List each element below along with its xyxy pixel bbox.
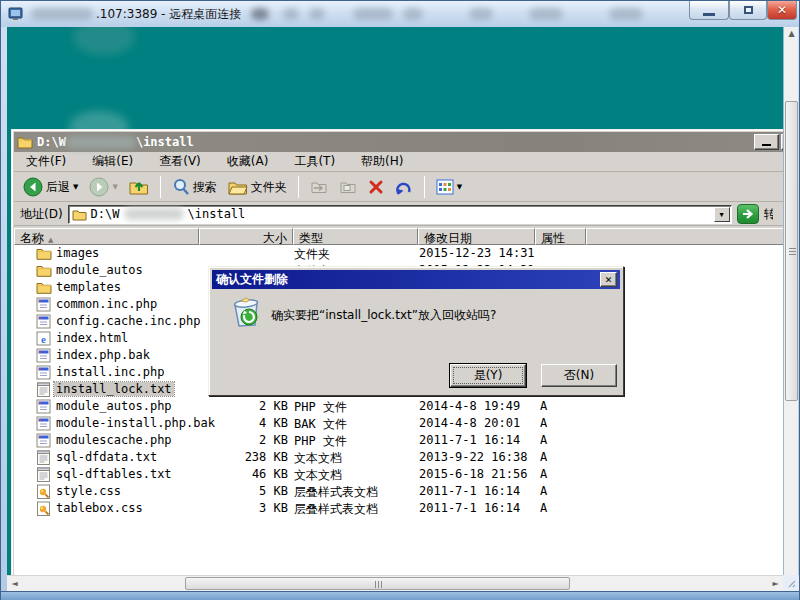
views-button[interactable]: ▼ — [433, 177, 465, 197]
file-name[interactable]: common.inc.php — [56, 297, 157, 311]
menu-help[interactable]: 帮助(H) — [361, 153, 403, 170]
forward-button[interactable]: ▼ — [86, 175, 120, 199]
minimize-icon — [703, 13, 715, 16]
restore-button[interactable] — [729, 1, 767, 20]
column-header-date[interactable]: 修改日期 — [418, 228, 535, 245]
no-button[interactable]: 否(N) — [541, 364, 617, 387]
up-button[interactable] — [126, 176, 152, 198]
file-row[interactable]: images 文件夹 2015-12-23 14:31 — [14, 245, 783, 262]
menu-view[interactable]: 查看(V) — [159, 153, 201, 170]
blurred-text — [529, 8, 563, 20]
dialog-close-button[interactable]: ✕ — [600, 272, 617, 287]
address-path-prefix: D:\W — [91, 207, 120, 221]
minimize-button[interactable] — [689, 1, 729, 20]
file-row[interactable]: module-install.php.bak 4 KB BAK 文件 2014-… — [14, 415, 783, 432]
file-date: 2011-7-1 16:14 — [419, 484, 520, 498]
explorer-title: D:\W \install — [37, 135, 194, 149]
forward-icon — [89, 177, 109, 197]
close-button[interactable]: ✕ — [767, 1, 797, 20]
delete-button[interactable] — [365, 177, 387, 197]
address-dropdown-button[interactable]: ▼ — [714, 207, 730, 222]
file-type: 文本文档 — [294, 450, 342, 467]
file-name[interactable]: modulescache.php — [56, 433, 172, 447]
menu-edit[interactable]: 编辑(E) — [92, 153, 133, 170]
blurred-icon — [283, 8, 299, 20]
php-file-icon — [36, 416, 52, 431]
file-date: 2015-6-18 21:56 — [419, 467, 527, 481]
file-type: PHP 文件 — [294, 433, 347, 450]
rdp-vertical-scrollbar[interactable]: ▲ ▼ — [783, 27, 798, 591]
folder-icon — [36, 280, 52, 295]
file-row[interactable]: module_autos.php 2 KB PHP 文件 2014-4-8 19… — [14, 398, 783, 415]
column-header-size[interactable]: 大小 — [199, 228, 293, 245]
file-type: 文本文档 — [294, 467, 342, 484]
horizontal-scroll-thumb[interactable] — [185, 577, 570, 590]
copy-to-button[interactable] — [336, 177, 360, 197]
css-file-icon — [36, 484, 52, 499]
scroll-left-icon[interactable]: ◄ — [7, 576, 22, 592]
file-name[interactable]: module_autos.php — [56, 399, 172, 413]
thumb-grip — [789, 251, 796, 252]
undo-icon — [395, 179, 413, 195]
title-path-prefix: D:\W — [37, 135, 66, 149]
file-name[interactable]: install_lock.txt — [54, 382, 174, 396]
column-header-type[interactable]: 类型 — [293, 228, 418, 245]
php-file-icon — [36, 365, 52, 380]
forward-dropdown-icon: ▼ — [112, 183, 117, 191]
file-row[interactable]: sql-dftables.txt 46 KB 文本文档 2015-6-18 21… — [14, 466, 783, 483]
file-name[interactable]: install.inc.php — [56, 365, 164, 379]
file-name[interactable]: module_autos — [56, 263, 143, 277]
file-row[interactable]: modulescache.php 2 KB PHP 文件 2011-7-1 16… — [14, 432, 783, 449]
restore-icon — [744, 6, 753, 14]
php-file-icon — [36, 297, 52, 312]
move-to-button[interactable] — [307, 177, 331, 197]
dialog-titlebar: 确认文件删除 ✕ — [212, 270, 620, 289]
scroll-right-icon[interactable]: ► — [768, 576, 783, 592]
file-row[interactable]: style.css 5 KB 层叠样式表文档 2011-7-1 16:14 A — [14, 483, 783, 500]
menu-tools[interactable]: 工具(T) — [294, 153, 335, 170]
column-header-attr[interactable]: 属性 — [535, 228, 586, 245]
file-name[interactable]: config.cache.inc.php — [56, 314, 201, 328]
file-size: 4 KB — [197, 416, 288, 430]
back-button[interactable]: 后退 ▼ — [20, 175, 81, 199]
undo-button[interactable] — [392, 177, 416, 197]
back-dropdown-icon: ▼ — [73, 183, 78, 191]
file-name[interactable]: index.php.bak — [56, 348, 150, 362]
file-name[interactable]: sql-dfdata.txt — [56, 450, 157, 464]
explorer-minimize-button[interactable] — [754, 134, 779, 150]
file-name[interactable]: module-install.php.bak — [56, 416, 215, 430]
blurred-text — [403, 8, 423, 20]
file-name[interactable]: sql-dftables.txt — [56, 467, 172, 481]
file-name[interactable]: style.css — [56, 484, 121, 498]
yes-button[interactable]: 是(Y) — [450, 364, 526, 387]
resize-grip[interactable] — [783, 575, 799, 591]
thumb-grip — [378, 581, 379, 588]
rdp-window-border — [1, 591, 799, 600]
file-name[interactable]: images — [56, 246, 99, 260]
file-type: BAK 文件 — [294, 416, 347, 433]
txt-file-icon — [36, 467, 52, 482]
scroll-up-icon[interactable]: ▲ — [784, 27, 799, 42]
file-row[interactable]: tablebox.css 3 KB 层叠样式表文档 2011-7-1 16:14… — [14, 500, 783, 517]
folders-button[interactable]: 文件夹 — [225, 177, 290, 198]
file-date: 2011-7-1 16:14 — [419, 433, 520, 447]
rdp-horizontal-scrollbar[interactable]: ◄ ► — [7, 575, 783, 591]
file-name[interactable]: tablebox.css — [56, 501, 143, 515]
vertical-scroll-thumb[interactable] — [785, 101, 798, 401]
file-name[interactable]: templates — [56, 280, 121, 294]
menu-file[interactable]: 文件(F) — [26, 153, 66, 170]
recycle-bin-icon — [227, 293, 265, 331]
file-name[interactable]: index.html — [56, 331, 128, 345]
explorer-titlebar: D:\W \install — [14, 132, 783, 152]
close-icon: ✕ — [777, 3, 787, 17]
file-date: 2014-4-8 20:01 — [419, 416, 520, 430]
search-button[interactable]: 搜索 — [169, 176, 220, 198]
column-header-name[interactable]: 名称▲ — [14, 228, 199, 245]
go-button[interactable] — [737, 204, 759, 224]
explorer-toolbar: 后退 ▼ ▼ 搜索 文件夹 — [14, 173, 783, 202]
file-row[interactable]: sql-dfdata.txt 238 KB 文本文档 2013-9-22 16:… — [14, 449, 783, 466]
address-input[interactable]: D:\W \install ▼ — [68, 205, 732, 224]
rdp-titlebar: .107:3389 - 远程桌面连接 ✕ — [1, 1, 799, 27]
menu-favorites[interactable]: 收藏(A) — [227, 153, 269, 170]
svg-text:e: e — [41, 333, 46, 345]
